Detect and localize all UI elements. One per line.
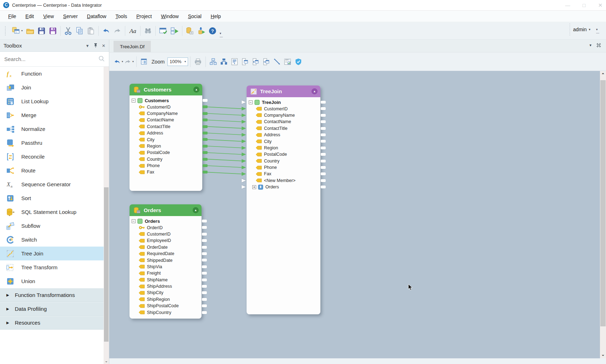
output-port-white[interactable] — [321, 127, 326, 130]
node-customers[interactable]: Customers ▲−CustomersCustomerIDCompanyNa… — [130, 84, 202, 191]
canvas-undo-button[interactable]: ▾ — [113, 56, 123, 68]
field-row-shippeddate[interactable]: ShippedDate — [130, 257, 202, 263]
expand-linked-nodes-button[interactable] — [261, 56, 272, 68]
find-button[interactable] — [142, 25, 154, 37]
output-port-white[interactable] — [321, 107, 326, 110]
output-port-white[interactable] — [202, 265, 207, 268]
field-row-postalcode[interactable]: PostalCode — [247, 151, 320, 158]
output-port-white[interactable] — [202, 252, 207, 255]
output-port-white[interactable] — [321, 179, 326, 182]
input-port-green[interactable] — [242, 120, 246, 123]
field-row-country[interactable]: Country — [130, 156, 202, 162]
field-row-region[interactable]: Region — [130, 143, 202, 149]
save-button[interactable] — [36, 25, 47, 37]
toolbox-item-passthru[interactable]: Passthru — [0, 136, 104, 150]
auto-layout-tree-button[interactable] — [219, 56, 229, 68]
maximize-button[interactable]: □ — [581, 2, 587, 8]
toolbox-scrollbar-thumb[interactable] — [104, 187, 109, 342]
dataflow-canvas[interactable]: Customers ▲−CustomersCustomerIDCompanyNa… — [109, 71, 600, 358]
input-port-green[interactable] — [242, 153, 246, 156]
node-header-customers[interactable]: Customers ▲ — [130, 84, 202, 95]
expand-nodes-button[interactable] — [250, 56, 261, 68]
auto-layout-org-button[interactable] — [208, 56, 219, 68]
close-button[interactable]: ✕ — [597, 2, 603, 9]
output-port-white[interactable] — [202, 304, 207, 307]
new-dataflow-button[interactable]: ▾ — [10, 25, 24, 37]
menu-help[interactable]: Help — [207, 12, 225, 21]
output-port-white[interactable] — [202, 239, 207, 242]
paste-button[interactable] — [85, 25, 97, 37]
output-port-white[interactable] — [202, 311, 207, 314]
output-port-white[interactable] — [203, 99, 208, 102]
input-port-green[interactable] — [242, 146, 246, 150]
output-port-white[interactable] — [321, 186, 326, 188]
toolbox-close-icon[interactable]: ✕ — [102, 43, 105, 48]
output-port-white[interactable] — [202, 246, 207, 249]
field-row-fax[interactable]: Fax — [130, 169, 202, 175]
input-port-green[interactable] — [242, 114, 246, 117]
output-port-green[interactable] — [203, 145, 208, 148]
output-port-green[interactable] — [203, 105, 208, 108]
field-row-customerid[interactable]: CustomerID — [130, 231, 202, 237]
input-port-green[interactable] — [242, 159, 246, 163]
font-button[interactable]: Aa — [127, 25, 138, 37]
field-row-region[interactable]: Region — [247, 145, 320, 151]
output-port-green[interactable] — [203, 151, 208, 154]
menu-view[interactable]: View — [39, 12, 58, 21]
field-row-orders[interactable]: −Orders — [130, 218, 202, 224]
canvas-scroll-up-icon[interactable]: ⌃ — [600, 72, 606, 77]
field-row-contacttitle[interactable]: ContactTitle — [247, 125, 320, 132]
menu-edit[interactable]: Edit — [22, 12, 38, 21]
canvas-redo-button[interactable]: ▾ — [123, 56, 134, 68]
toolbox-item-sequence-generator[interactable]: XnSequence Generator — [0, 177, 104, 191]
collapse-nodes-button[interactable] — [240, 56, 250, 68]
field-row-shipregion[interactable]: ShipRegion — [130, 296, 202, 303]
float-window-icon[interactable] — [596, 43, 601, 48]
preview-data-button[interactable]: 01101 — [282, 56, 293, 68]
output-port-white[interactable] — [321, 114, 326, 117]
run-dataflow-button[interactable] — [169, 25, 180, 37]
field-row-customers[interactable]: −Customers — [130, 97, 202, 104]
output-port-green[interactable] — [203, 118, 208, 121]
redo-button[interactable] — [112, 25, 123, 37]
field-row-companyname[interactable]: CompanyName — [247, 112, 320, 118]
minimize-button[interactable]: — — [565, 2, 571, 8]
help-button[interactable]: ? — [207, 25, 218, 37]
output-port-white[interactable] — [321, 101, 326, 104]
undo-button[interactable] — [100, 25, 112, 37]
field-row-phone[interactable]: Phone — [247, 164, 320, 171]
canvas-vertical-scrollbar[interactable]: ⌃ ⌄ — [600, 71, 606, 358]
field-row-city[interactable]: City — [247, 138, 320, 144]
field-row-shipcity[interactable]: ShipCity — [130, 289, 202, 296]
collapse-expander-icon[interactable]: − — [132, 219, 136, 223]
field-row-country[interactable]: Country — [247, 158, 320, 164]
field-row-companyname[interactable]: CompanyName — [130, 110, 202, 117]
node-treejoin[interactable]: TreeJoin ▲−TreeJoinCustomerIDCompanyName… — [247, 86, 320, 314]
verify-dataflow-button[interactable] — [293, 56, 304, 68]
output-port-white[interactable] — [321, 166, 326, 169]
save-all-button[interactable] — [47, 25, 59, 37]
user-menu-caret-icon[interactable]: ▾ — [589, 28, 590, 31]
menu-project[interactable]: Project — [132, 12, 156, 21]
deploy-button[interactable] — [195, 25, 207, 37]
print-button[interactable] — [193, 56, 203, 68]
output-port-white[interactable] — [202, 272, 207, 275]
node-header-treejoin[interactable]: TreeJoin ▲ — [247, 86, 320, 97]
field-row-contactname[interactable]: ContactName — [247, 118, 320, 125]
output-port-white[interactable] — [321, 120, 326, 123]
toolbar-grip[interactable] — [5, 26, 7, 35]
admin-toolbar-grip[interactable] — [569, 23, 571, 35]
input-port-green[interactable] — [242, 166, 246, 169]
output-port-green[interactable] — [203, 171, 208, 173]
output-port-white[interactable] — [321, 153, 326, 156]
preview-button[interactable] — [158, 25, 169, 37]
output-port-green[interactable] — [203, 132, 208, 134]
output-port-green[interactable] — [203, 125, 208, 128]
output-port-green[interactable] — [203, 158, 208, 161]
collapse-expander-icon[interactable]: − — [132, 99, 136, 103]
field-row-phone[interactable]: Phone — [130, 162, 202, 169]
canvas-scrollbar-thumb[interactable] — [600, 80, 606, 326]
toolbox-menu-caret-icon[interactable]: ▼ — [86, 44, 89, 48]
output-port-white[interactable] — [202, 226, 207, 229]
toolbox-item-route[interactable]: Route — [0, 164, 104, 177]
